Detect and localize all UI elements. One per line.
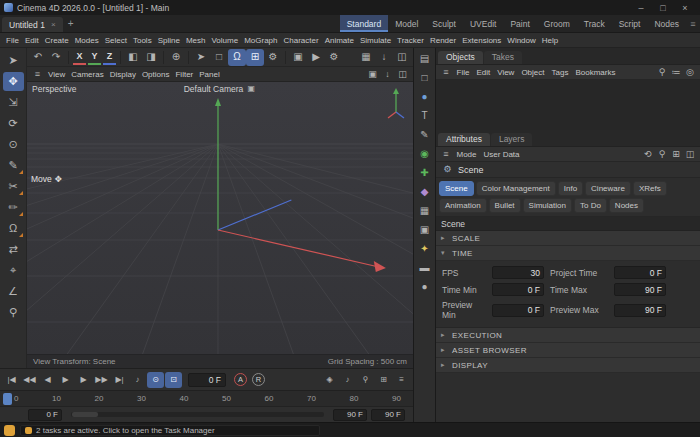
create-light-icon[interactable]: ✦ <box>416 241 434 256</box>
new-tab-button[interactable]: + <box>63 18 79 29</box>
fps-field[interactable]: 30 <box>492 266 544 279</box>
create-deformer-icon[interactable]: ◆ <box>416 184 434 199</box>
menu-render[interactable]: Render <box>427 36 459 45</box>
scale-tool-icon[interactable]: ⇲ <box>3 93 24 112</box>
preview-max-field[interactable]: 90 F <box>614 304 666 317</box>
create-cube-icon[interactable]: □ <box>416 70 434 85</box>
layout-menu-icon[interactable]: ≡ <box>686 15 700 32</box>
layout-track[interactable]: Track <box>577 15 612 32</box>
key-sound-icon[interactable]: ♪ <box>339 372 356 388</box>
attr-grid-icon[interactable]: ⊞ <box>669 148 683 161</box>
attrtab-cineware[interactable]: Cineware <box>585 181 631 196</box>
attributes-burger-icon[interactable]: ≡ <box>439 148 453 161</box>
tab-attributes[interactable]: Attributes <box>438 133 490 146</box>
autokey-button[interactable]: A <box>234 373 247 386</box>
preview-end-field[interactable]: 90 F <box>371 409 405 421</box>
play-button[interactable]: ▶ <box>57 372 74 388</box>
layout-paint[interactable]: Paint <box>503 15 536 32</box>
last-tool-icon[interactable]: ⊙ <box>3 135 24 154</box>
create-camera-icon[interactable]: ▣ <box>416 222 434 237</box>
viewport-canvas[interactable]: Perspective Default Camera ▣ <box>27 82 413 354</box>
prev-key-button[interactable]: ◀◀ <box>21 372 38 388</box>
menu-character[interactable]: Character <box>281 36 322 45</box>
playhead[interactable] <box>3 393 12 405</box>
layout-model[interactable]: Model <box>388 15 425 32</box>
selected-object-row[interactable]: ⚙ Scene <box>436 162 700 178</box>
menu-help[interactable]: Help <box>539 36 561 45</box>
selection-filter-icon[interactable]: ➤ <box>192 49 210 66</box>
attrtab-animation[interactable]: Animation <box>439 198 487 213</box>
vp-menu-display[interactable]: Display <box>107 70 139 79</box>
attrtab-nodes[interactable]: Nodes <box>609 198 644 213</box>
quantize-toggle-icon[interactable]: ⊞ <box>246 49 264 66</box>
anim-options-icon[interactable]: ≡ <box>393 372 410 388</box>
menu-mesh[interactable]: Mesh <box>183 36 209 45</box>
menu-tracker[interactable]: Tracker <box>394 36 427 45</box>
objects-filter-icon[interactable]: ≔ <box>669 66 683 79</box>
create-mograph-icon[interactable]: ✚ <box>416 165 434 180</box>
minimize-button[interactable]: – <box>630 3 652 13</box>
obj-menu-view[interactable]: View <box>494 68 518 77</box>
layout-uvedit[interactable]: UVEdit <box>463 15 503 32</box>
menu-simulate[interactable]: Simulate <box>357 36 394 45</box>
next-key-button[interactable]: ▶▶ <box>93 372 110 388</box>
pen-tool-icon[interactable]: ✎ <box>3 156 24 175</box>
objects-burger-icon[interactable]: ≡ <box>439 66 453 79</box>
menu-create[interactable]: Create <box>42 36 72 45</box>
preview-min-field[interactable]: 0 F <box>492 304 544 317</box>
vp-camera-icon[interactable]: ▣ <box>365 68 380 81</box>
measure-tool-icon[interactable]: ∠ <box>3 282 24 301</box>
section-execution[interactable]: ▸ EXECUTION <box>436 328 700 343</box>
timeline-scrollbar-thumb[interactable] <box>72 412 98 417</box>
obj-menu-bookmarks[interactable]: Bookmarks <box>572 68 619 77</box>
lock-y-button[interactable]: Y <box>88 50 101 65</box>
brush-tool-icon[interactable]: ✏ <box>3 198 24 217</box>
current-frame-field[interactable]: 0 F <box>188 373 226 387</box>
attr-menu-userdata[interactable]: User Data <box>480 150 523 159</box>
world-coordinates-icon[interactable]: ◨ <box>142 49 160 66</box>
lock-x-button[interactable]: X <box>73 50 86 65</box>
attr-menu-mode[interactable]: Mode <box>453 150 480 159</box>
section-display[interactable]: ▸ DISPLAY <box>436 358 700 373</box>
render-clapper-icon[interactable]: ▬ <box>416 260 434 275</box>
view-label[interactable]: Perspective <box>32 84 76 94</box>
undo-icon[interactable]: ↶ <box>29 49 47 66</box>
panel-toggle-icon[interactable]: ◫ <box>393 49 411 66</box>
redo-icon[interactable]: ↷ <box>47 49 65 66</box>
prev-frame-button[interactable]: ◀ <box>39 372 56 388</box>
dock-icon[interactable]: ↓ <box>375 49 393 66</box>
tab-layers[interactable]: Layers <box>491 133 533 146</box>
attrtab-todo[interactable]: To Do <box>574 198 607 213</box>
menu-file[interactable]: File <box>3 36 22 45</box>
record-key-icon[interactable]: ◈ <box>321 372 338 388</box>
tab-takes[interactable]: Takes <box>484 51 522 64</box>
lock-z-button[interactable]: Z <box>103 50 116 65</box>
record-button[interactable]: R <box>252 373 265 386</box>
play-sound-icon[interactable]: ♪ <box>129 372 146 388</box>
coordinate-globe-icon[interactable]: ⊕ <box>167 49 185 66</box>
layout-nodes[interactable]: Nodes <box>647 15 686 32</box>
keyframe-region-icon[interactable]: ⊡ <box>165 372 182 388</box>
keyframe-selection-icon[interactable]: ⊙ <box>147 372 164 388</box>
magnify-tool-icon[interactable]: ⚲ <box>3 303 24 322</box>
rotate-tool-icon[interactable]: ⟳ <box>3 114 24 133</box>
close-button[interactable]: × <box>674 3 696 13</box>
goto-end-button[interactable]: ▶| <box>111 372 128 388</box>
menu-modes[interactable]: Modes <box>72 36 102 45</box>
axis-modify-icon[interactable]: ⌖ <box>3 261 24 280</box>
menu-extensions[interactable]: Extensions <box>459 36 504 45</box>
time-max-field[interactable]: 90 F <box>614 283 666 296</box>
timeline-ruler[interactable]: 0 10 20 30 40 50 60 70 80 90 <box>0 390 413 406</box>
range-end-field[interactable]: 90 F <box>333 409 367 421</box>
create-text-icon[interactable]: T <box>416 108 434 123</box>
modeling-settings-icon[interactable]: ⚙ <box>264 49 282 66</box>
attr-panel-icon[interactable]: ◫ <box>683 148 697 161</box>
obj-menu-tags[interactable]: Tags <box>548 68 572 77</box>
create-material-icon[interactable]: ● <box>416 279 434 294</box>
menu-select[interactable]: Select <box>102 36 130 45</box>
menu-window[interactable]: Window <box>504 36 538 45</box>
attr-history-icon[interactable]: ⟲ <box>641 148 655 161</box>
objects-search-icon[interactable]: ⚲ <box>655 66 669 79</box>
layout-groom[interactable]: Groom <box>537 15 577 32</box>
attrtab-simulation[interactable]: Simulation <box>523 198 572 213</box>
